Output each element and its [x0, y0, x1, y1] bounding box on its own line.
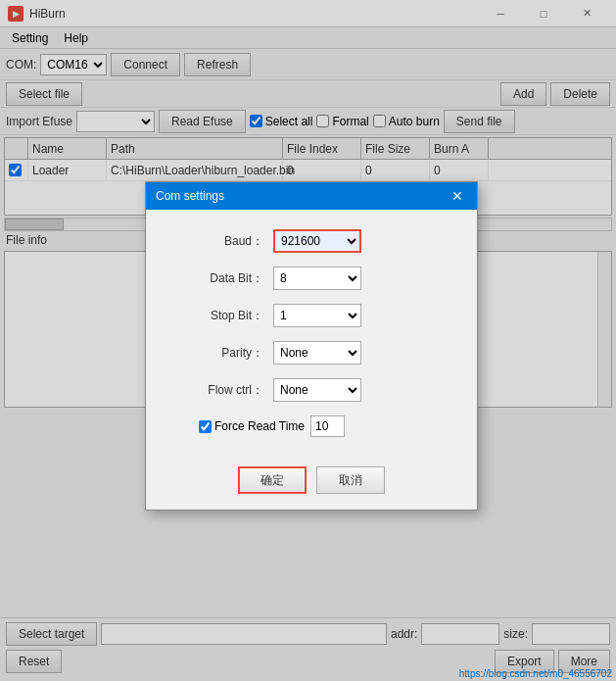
dialog-close-button[interactable]: ✕: [448, 186, 467, 206]
baud-select[interactable]: 921600 460800 230400 115200 57600 38400 …: [273, 229, 361, 253]
data-bit-control: 8 7 6 5: [273, 267, 361, 290]
force-read-time-input[interactable]: [310, 415, 345, 437]
dialog-footer: 确定 取消: [146, 466, 477, 510]
stop-bit-control: 1 1.5 2: [273, 304, 361, 327]
force-read-label: Force Read Time: [214, 419, 305, 433]
parity-select[interactable]: None Odd Even Mark Space: [273, 341, 361, 365]
data-bit-select[interactable]: 8 7 6 5: [273, 267, 361, 290]
dialog-title-bar: Com settings ✕: [146, 182, 477, 210]
dialog-ok-button[interactable]: 确定: [238, 466, 307, 494]
flow-ctrl-control: None Hardware Software: [273, 378, 361, 402]
stop-bit-label: Stop Bit：: [175, 308, 263, 324]
data-bit-label: Data Bit：: [175, 270, 263, 287]
stop-bit-row: Stop Bit： 1 1.5 2: [175, 304, 448, 327]
dialog-body: Baud： 921600 460800 230400 115200 57600 …: [146, 210, 477, 466]
force-read-checkbox-label[interactable]: Force Read Time: [199, 419, 305, 433]
force-read-row: Force Read Time: [175, 415, 448, 437]
flow-ctrl-label: Flow ctrl：: [175, 382, 263, 399]
dialog-cancel-button[interactable]: 取消: [316, 466, 385, 494]
parity-control: None Odd Even Mark Space: [273, 341, 361, 365]
force-read-checkbox[interactable]: [199, 420, 212, 433]
dialog-title: Com settings: [156, 189, 448, 203]
flow-ctrl-row: Flow ctrl： None Hardware Software: [175, 378, 448, 402]
baud-label: Baud：: [175, 233, 263, 250]
parity-label: Parity：: [175, 345, 263, 362]
com-settings-dialog: Com settings ✕ Baud： 921600 460800 23040…: [145, 181, 478, 511]
flow-ctrl-select[interactable]: None Hardware Software: [273, 378, 361, 402]
baud-control: 921600 460800 230400 115200 57600 38400 …: [273, 229, 361, 253]
baud-row: Baud： 921600 460800 230400 115200 57600 …: [175, 229, 448, 253]
data-bit-row: Data Bit： 8 7 6 5: [175, 267, 448, 290]
parity-row: Parity： None Odd Even Mark Space: [175, 341, 448, 365]
stop-bit-select[interactable]: 1 1.5 2: [273, 304, 361, 327]
